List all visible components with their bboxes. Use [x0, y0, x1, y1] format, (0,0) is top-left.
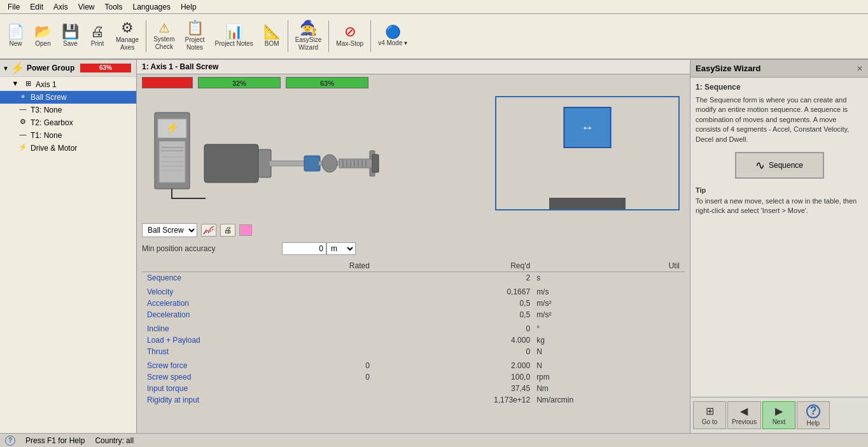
project-notes-button[interactable]: 📋 ProjectNotes [180, 16, 209, 57]
progress-bar-1 [142, 77, 193, 88]
v4-mode-button[interactable]: 🔵 v4 Mode ▾ [374, 16, 412, 57]
progress-bar-3-label: 63% [286, 78, 368, 89]
table-row-sequence: Sequence 2 s [142, 272, 685, 284]
new-icon: 📄 [7, 25, 24, 39]
units-label: BOM [265, 40, 279, 48]
new-button[interactable]: 📄 New [3, 16, 29, 57]
wizard-goto-button[interactable]: ⊞ Go to [693, 401, 726, 429]
menu-axis[interactable]: Axis [48, 1, 73, 13]
min-pos-accuracy-input[interactable] [282, 242, 326, 255]
menu-languages[interactable]: Languages [128, 1, 176, 13]
wizard-close-button[interactable]: ✕ [857, 64, 863, 73]
units-button[interactable]: 📐 BOM [259, 16, 285, 57]
bom-button[interactable]: 📊 Project Notes [211, 16, 258, 57]
wizard-next-button[interactable]: ▶ Next [762, 401, 795, 429]
tree-item-ball-screw[interactable]: ● Ball Screw [0, 91, 136, 104]
deceleration-label: Deceleration [142, 309, 269, 320]
project-notes-label: ProjectNotes [185, 36, 204, 52]
menu-edit[interactable]: Edit [25, 1, 48, 13]
content-title: 1: Axis 1 - Ball Screw [142, 62, 218, 71]
rigidity-label: Rigidity at input [142, 394, 269, 406]
min-pos-accuracy-unit[interactable]: m mm cm [326, 242, 356, 255]
wizard-sequence-button[interactable]: ∿ Sequence [735, 152, 824, 179]
progress-bar-2-label: 32% [199, 78, 280, 89]
system-check-icon: ⚠ [158, 22, 170, 34]
tree-item-axis1[interactable]: ▼ ⊞ Axis 1 [0, 78, 136, 91]
menu-help[interactable]: Help [176, 1, 202, 13]
open-button[interactable]: 📂 Open [30, 16, 56, 57]
load-payload-rated [269, 334, 375, 346]
menu-tools[interactable]: Tools [100, 1, 128, 13]
print-icon: 🖨 [90, 25, 104, 39]
wizard-sequence-label: Sequence [769, 161, 803, 170]
toolbar-sep-2 [288, 20, 288, 52]
ball-screw-selector[interactable]: Ball Screw [142, 223, 197, 237]
main-content-split: ⚡ [137, 91, 690, 433]
selector-row: Ball Screw 🖨 [142, 221, 685, 240]
wizard-tip-text: To insert a new move, select a row in th… [696, 196, 863, 216]
tree-item-t3-none[interactable]: — T3: None [0, 104, 136, 116]
color-swatch[interactable] [239, 224, 252, 236]
ball-screw-icon: ● [18, 92, 28, 102]
power-group-header: ▼ ⚡ Power Group 63% [0, 60, 136, 77]
max-stop-label: Max-Stop [336, 40, 363, 48]
thrust-reqd: 0 [375, 346, 535, 357]
diagram-area: ⚡ [142, 93, 685, 221]
t2-gearbox-label: T2: Gearbox [31, 118, 73, 127]
menubar: File Edit Axis View Tools Languages Help [0, 0, 868, 14]
load-payload-reqd: 4.000 [375, 334, 535, 346]
easysize-wizard-button[interactable]: 🧙 EasySizeWizard [291, 16, 326, 57]
previous-label: Previous [732, 418, 757, 425]
open-icon: 📂 [34, 25, 52, 39]
thrust-unit: N [535, 346, 685, 357]
toolbar-sep-3 [328, 20, 329, 52]
wizard-help-button[interactable]: ? Help [797, 401, 830, 429]
manage-axes-button[interactable]: ⚙ ManageAxes [111, 16, 143, 57]
right-panel: EasySize Wizard ✕ 1: Sequence The Sequen… [690, 60, 868, 433]
svg-rect-25 [372, 155, 379, 172]
system-check-button[interactable]: ⚠ SystemCheck [149, 16, 179, 57]
power-group-progress-label: 63% [80, 64, 131, 72]
easysize-icon: 🧙 [300, 21, 317, 35]
screw-speed-label: Screw speed [142, 371, 269, 383]
payload-base [549, 198, 626, 209]
incline-unit: ° [535, 323, 685, 334]
col-header-label [142, 260, 269, 272]
bom-label: Project Notes [215, 40, 253, 48]
wizard-previous-button[interactable]: ◀ Previous [727, 401, 761, 429]
manage-axes-icon: ⚙ [121, 21, 134, 35]
table-row-rigidity: Rigidity at input 1,173e+12 Nm/arcmin [142, 394, 685, 406]
sequence-unit: s [535, 272, 685, 284]
t3-icon: — [18, 105, 28, 115]
max-stop-button[interactable]: ⊘ Max-Stop [332, 16, 368, 57]
graph-icon-btn[interactable] [201, 224, 216, 237]
power-group-expand[interactable]: ▼ [3, 65, 9, 72]
help-label: Help [807, 420, 820, 427]
col-header-util: Util [535, 260, 685, 272]
drive-motor-icon: ⚡ [18, 143, 28, 153]
menu-file[interactable]: File [3, 1, 25, 13]
tree-item-drive-motor[interactable]: ⚡ Drive & Motor [0, 142, 136, 155]
save-button[interactable]: 💾 Save [57, 16, 83, 57]
sequence-label: Sequence [142, 272, 269, 284]
velocity-unit: m/s [535, 286, 685, 298]
tree-item-t1-none[interactable]: — T1: None [0, 129, 136, 142]
acceleration-unit: m/s² [535, 298, 685, 309]
wizard-content: 1: Sequence The Sequence form is where y… [690, 78, 868, 397]
wizard-tip-title: Tip [696, 186, 863, 194]
incline-reqd: 0 [375, 323, 535, 334]
tree-item-t2-gearbox[interactable]: ⚙ T2: Gearbox [0, 116, 136, 129]
print-button[interactable]: 🖨 Print [85, 16, 110, 57]
load-payload-label: Load + Payload [142, 334, 269, 346]
screw-speed-rated: 0 [269, 371, 375, 383]
svg-rect-13 [304, 156, 320, 171]
copy-icon-btn[interactable]: 🖨 [220, 224, 235, 237]
max-stop-icon: ⊘ [344, 25, 356, 39]
next-icon: ▶ [775, 405, 783, 417]
table-row-input-torque: Input torque 37,45 Nm [142, 383, 685, 394]
manage-axes-label: ManageAxes [116, 36, 139, 52]
menu-view[interactable]: View [73, 1, 100, 13]
velocity-rated [269, 286, 375, 298]
goto-label: Go to [702, 418, 717, 425]
power-group-icon: ⚡ [10, 61, 24, 75]
